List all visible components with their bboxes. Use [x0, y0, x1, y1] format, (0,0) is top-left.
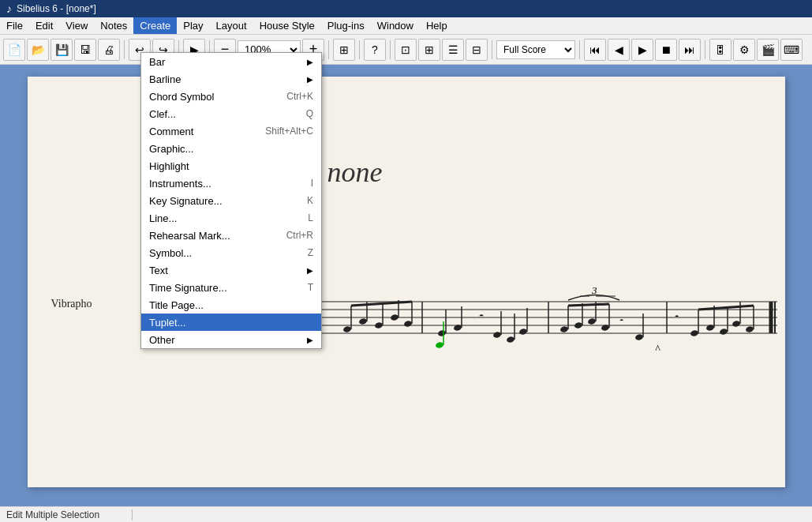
tb-video[interactable]: 🎬 [757, 39, 779, 61]
svg-point-31 [506, 336, 515, 343]
tb-icon2[interactable]: ⊞ [418, 39, 440, 61]
menu-highlight-item[interactable]: Highlight [141, 157, 321, 175]
svg-point-62 [435, 341, 443, 348]
svg-point-47 [634, 333, 643, 340]
title-bar: ♪ Sibelius 6 - [none*] [0, 0, 812, 17]
create-menu: Bar ▶ Barline ▶ Chord Symbol Ctrl+K Clef… [140, 52, 322, 349]
menu-graphic-item[interactable]: Graphic... [141, 140, 321, 157]
separator-5 [359, 40, 360, 59]
svg-point-33 [518, 328, 527, 335]
tb-playback-play[interactable]: ▶ [631, 39, 653, 61]
svg-point-24 [437, 329, 446, 336]
tb-icon3[interactable]: ☰ [442, 39, 464, 61]
menu-help[interactable]: Help [420, 17, 454, 34]
menu-bar-item[interactable]: Bar ▶ [141, 53, 321, 70]
menu-time-sig-item[interactable]: Time Signature... T [141, 279, 321, 296]
tb-playback-prev[interactable]: ◀ [608, 39, 630, 61]
svg-point-51 [690, 329, 698, 336]
svg-point-55 [719, 328, 728, 335]
staff-notation: 4 4 𝄼 [304, 278, 777, 373]
tb-playback-stop[interactable]: ⏹ [655, 39, 677, 61]
svg-point-19 [390, 314, 399, 321]
svg-point-17 [374, 321, 383, 329]
menu-view[interactable]: View [59, 17, 94, 34]
svg-text:𝄼: 𝄼 [479, 314, 484, 317]
menu-play[interactable]: Play [177, 17, 209, 34]
svg-point-42 [587, 317, 596, 325]
app-icon: ♪ [6, 2, 12, 15]
svg-point-21 [403, 320, 412, 327]
svg-point-57 [732, 320, 740, 327]
svg-point-38 [559, 325, 568, 332]
help-button[interactable]: ? [364, 39, 386, 61]
menu-house-style[interactable]: House Style [253, 17, 321, 34]
svg-text:𝄼: 𝄼 [619, 319, 624, 321]
menu-instruments-item[interactable]: Instruments... I [141, 175, 321, 192]
tb-playback-start[interactable]: ⏮ [584, 39, 606, 61]
menu-file[interactable]: File [0, 17, 29, 34]
tb-keypad[interactable]: ⌨ [780, 39, 803, 61]
save-all-button[interactable]: 🖫 [74, 39, 96, 61]
save-button[interactable]: 💾 [51, 39, 73, 61]
score-select[interactable]: Full Score [496, 40, 575, 59]
tb-icon1[interactable]: ⊡ [395, 39, 417, 61]
menu-comment-item[interactable]: Comment Shift+Alt+C [141, 122, 321, 140]
tb-icon4[interactable]: ⊟ [466, 39, 488, 61]
svg-point-59 [745, 325, 754, 332]
separator-8 [579, 40, 580, 59]
page-view-button[interactable]: ⊞ [333, 39, 355, 61]
svg-point-15 [358, 317, 367, 325]
menu-symbol-item[interactable]: Symbol... Z [141, 244, 321, 261]
separator-4 [328, 40, 329, 59]
menu-window[interactable]: Window [371, 17, 420, 34]
menu-bar: File Edit View Notes Create Play Layout … [0, 17, 812, 35]
svg-line-23 [351, 302, 412, 306]
tb-playback-end[interactable]: ⏭ [679, 39, 701, 61]
menu-rehearsal-item[interactable]: Rehearsal Mark... Ctrl+R [141, 227, 321, 244]
status-bar: Edit Multiple Selection [0, 506, 812, 522]
separator-9 [705, 40, 705, 59]
instrument-label: Vibrapho [51, 298, 92, 310]
svg-line-49 [568, 304, 609, 306]
menu-text-item[interactable]: Text ▶ [141, 261, 321, 279]
menu-chord-symbol-item[interactable]: Chord Symbol Ctrl+K [141, 88, 321, 105]
menu-notes[interactable]: Notes [94, 17, 133, 34]
tb-mixer[interactable]: 🎛 [709, 39, 732, 61]
print-button[interactable]: 🖨 [98, 39, 120, 61]
menu-title-page-item[interactable]: Title Page... [141, 296, 321, 314]
menu-create[interactable]: Create [133, 17, 177, 34]
title-text: Sibelius 6 - [none*] [17, 3, 96, 14]
svg-point-40 [574, 321, 582, 329]
menu-edit[interactable]: Edit [29, 17, 59, 34]
menu-line-item[interactable]: Line... L [141, 209, 321, 227]
svg-text:3: 3 [591, 284, 597, 296]
menu-barline-item[interactable]: Barline ▶ [141, 70, 321, 88]
menu-other-item[interactable]: Other ▶ [141, 331, 321, 348]
svg-point-29 [492, 331, 501, 338]
open-button[interactable]: 📂 [27, 39, 49, 61]
separator-6 [390, 40, 391, 59]
separator-1 [124, 40, 125, 59]
score-title: none [327, 156, 383, 189]
toolbar: 📄 📂 💾 🖫 🖨 ↩ ↪ ▶ − 100% 75% 150% + ⊞ ? ⊡ … [0, 35, 812, 65]
tb-settings[interactable]: ⚙ [733, 39, 755, 61]
svg-line-61 [698, 306, 754, 310]
menu-clef-item[interactable]: Clef... Q [141, 105, 321, 122]
score-area: none Vibrapho 4 4 [0, 65, 812, 506]
status-text: Edit Multiple Selection [6, 509, 133, 520]
new-button[interactable]: 📄 [3, 39, 25, 61]
svg-point-13 [342, 325, 351, 332]
main-area: none Vibrapho 4 4 [0, 65, 812, 506]
separator-7 [492, 40, 492, 59]
menu-layout[interactable]: Layout [210, 17, 253, 34]
menu-plug-ins[interactable]: Plug-ins [321, 17, 371, 34]
menu-key-sig-item[interactable]: Key Signature... K [141, 192, 321, 209]
menu-tuplet-item[interactable]: Tuplet... [141, 314, 321, 331]
svg-text:^: ^ [655, 344, 660, 355]
